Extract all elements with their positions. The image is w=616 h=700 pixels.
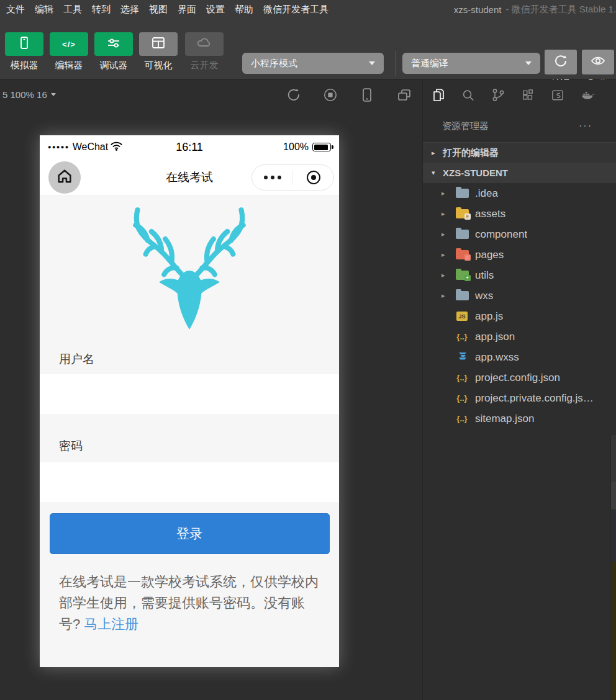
wxss-file-icon [456, 351, 468, 364]
menu-file[interactable]: 文件 [1, 0, 30, 19]
refresh-icon [553, 53, 568, 71]
tree-folder-component[interactable]: ▸ component [423, 224, 616, 245]
explorer-panel: 资源管理器 ··· ▸ 打开的编辑器 ▾ XZS-STUDENT ▸ .idea… [423, 80, 616, 700]
simulator-toolbar: 5 100% 16 [0, 80, 422, 109]
npm-tab[interactable] [551, 88, 564, 102]
menu-edit[interactable]: 编辑 [30, 0, 58, 19]
chevron-right-icon: ▸ [442, 210, 454, 218]
explorer-header: 资源管理器 ··· [423, 110, 616, 142]
scroll-strip [610, 562, 616, 700]
extensions-tab[interactable] [521, 88, 535, 102]
scroll-strip [610, 509, 616, 562]
search-tab[interactable] [461, 88, 475, 102]
menu-view[interactable]: 视图 [144, 0, 173, 19]
folder-icon [456, 291, 469, 300]
activity-bar [423, 80, 616, 110]
rotate-icon[interactable] [286, 88, 301, 102]
docker-tab[interactable] [581, 88, 594, 102]
chevron-right-icon: ▸ [442, 271, 454, 279]
js-file-icon: JS [456, 312, 468, 321]
menu-tools[interactable]: 工具 [58, 0, 87, 19]
debugger-toggle-button[interactable]: 调试器 [94, 32, 133, 71]
scroll-strip [610, 482, 616, 509]
chevron-down-icon: ▾ [432, 169, 443, 177]
cloud-dev-button[interactable]: 云开发 [185, 32, 224, 71]
capsule-menu [251, 164, 334, 191]
tree-folder-pages[interactable]: ▸ ◌ pages [423, 245, 616, 265]
menu-goto[interactable]: 转到 [87, 0, 116, 19]
chevron-right-icon: ▸ [442, 230, 454, 238]
chevron-down-icon [51, 93, 56, 96]
file-tree: ▸ .idea ▸ ≣ assets ▸ component ▸ ◌ [423, 183, 616, 429]
json-file-icon: {..} [456, 332, 467, 341]
menu-select[interactable]: 选择 [116, 0, 144, 19]
menu-settings[interactable]: 设置 [201, 0, 230, 19]
chevron-right-icon: ▸ [442, 292, 454, 300]
battery-icon [312, 143, 331, 151]
multi-window-icon[interactable] [396, 88, 412, 102]
project-root-section[interactable]: ▾ XZS-STUDENT [423, 163, 616, 183]
more-options-button[interactable] [252, 176, 292, 179]
scroll-strip [610, 435, 616, 482]
cloud-icon [196, 37, 212, 52]
folder-pages-icon: ◌ [456, 250, 469, 259]
chevron-right-icon: ▸ [432, 149, 443, 157]
tree-file-sitemap[interactable]: {..} sitemap.json [423, 408, 616, 429]
chevron-down-icon [525, 61, 532, 65]
compile-button[interactable] [545, 50, 577, 74]
tree-folder-assets[interactable]: ▸ ≣ assets [423, 204, 616, 224]
main-toolbar: 模拟器 </> 编辑器 调试器 可视化 [0, 19, 616, 79]
tree-file-project-config[interactable]: {..} project.config.json [423, 367, 616, 388]
folder-icon [456, 230, 469, 239]
wechat-devtools-window: 文件 编辑 工具 转到 选择 视图 界面 设置 帮助 微信开发者工具 xzs-s… [0, 0, 616, 700]
explorer-more-button[interactable]: ··· [579, 120, 592, 132]
menu-help[interactable]: 帮助 [230, 0, 258, 19]
phone-simulator: ●●●●● WeChat 16:11 100% [40, 135, 339, 667]
password-label: 密码 [40, 420, 339, 462]
login-button[interactable]: 登录 [50, 513, 330, 554]
chevron-right-icon: ▸ [442, 189, 454, 197]
mode-select[interactable]: 小程序模式 [242, 53, 384, 74]
tree-folder-wxs[interactable]: ▸ wxs [423, 285, 616, 306]
tree-file-app-js[interactable]: JS app.js [423, 306, 616, 326]
device-frame-icon[interactable] [360, 87, 374, 103]
git-tab[interactable] [491, 88, 505, 102]
json-file-icon: {..} [456, 373, 467, 382]
debug-icon [106, 37, 121, 51]
preview-button[interactable] [582, 50, 614, 74]
tree-file-project-private-config[interactable]: {..} project.private.config.js… [423, 388, 616, 408]
target-icon [307, 171, 320, 184]
menu-interface[interactable]: 界面 [173, 0, 201, 19]
password-input[interactable] [40, 462, 339, 502]
json-file-icon: {..} [456, 414, 467, 423]
device-selector[interactable]: 5 100% 16 [2, 89, 56, 100]
tree-file-app-wxss[interactable]: app.wxss [423, 347, 616, 367]
eye-icon [590, 55, 606, 70]
tree-folder-utils[interactable]: ▸ + utils [423, 265, 616, 285]
folder-icon [456, 189, 469, 198]
simulator-toggle-button[interactable]: 模拟器 [5, 32, 43, 71]
tree-file-app-json[interactable]: {..} app.json [423, 326, 616, 347]
code-icon: </> [62, 40, 76, 49]
minimize-button[interactable] [293, 171, 333, 184]
username-label: 用户名 [40, 344, 339, 374]
phone-status-bar: ●●●●● WeChat 16:11 100% [40, 135, 339, 159]
username-input[interactable] [40, 374, 339, 414]
chevron-down-icon [369, 61, 375, 65]
compile-mode-select[interactable]: 普通编译 [402, 53, 540, 74]
stop-icon[interactable] [323, 88, 338, 102]
tree-folder-idea[interactable]: ▸ .idea [423, 183, 616, 204]
layout-icon [151, 36, 166, 52]
visualization-toggle-button[interactable]: 可视化 [139, 32, 178, 71]
menu-devtools[interactable]: 微信开发者工具 [258, 0, 333, 19]
register-link[interactable]: 马上注册 [84, 616, 138, 632]
editor-toggle-button[interactable]: </> 编辑器 [50, 32, 88, 71]
app-logo [40, 196, 339, 344]
files-tab[interactable] [432, 88, 445, 102]
menu-bar: 文件 编辑 工具 转到 选择 视图 界面 设置 帮助 微信开发者工具 xzs-s… [0, 0, 616, 19]
phone-nav-bar: 在线考试 [40, 159, 339, 196]
chevron-right-icon: ▸ [442, 251, 454, 259]
toolbar-divider [395, 51, 396, 76]
open-editors-section[interactable]: ▸ 打开的编辑器 [423, 142, 616, 163]
folder-utils-icon: + [456, 271, 469, 280]
